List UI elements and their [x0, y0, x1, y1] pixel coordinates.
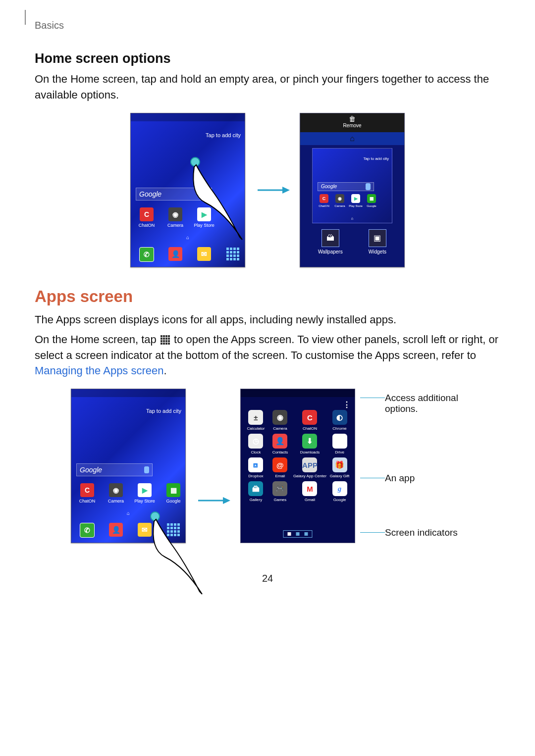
callout-options: Access additional options. [385, 393, 464, 414]
phone-home-edit: 🗑Remove ⌂ Tap to add city Google CChatON… [300, 113, 405, 267]
callout-indicators: Screen indicators [385, 527, 458, 538]
dock-messages: ✉ [193, 247, 215, 262]
section-apps-p1: The Apps screen displays icons for all a… [35, 312, 500, 328]
app-calculator: ±Calculator [245, 410, 267, 431]
screen-indicators [283, 530, 313, 538]
app-playstore: ▶Play Store [193, 207, 215, 228]
dock-apps2 [162, 523, 184, 538]
app-chaton2: CChatON [76, 483, 98, 504]
section-home-options-body: On the Home screen, tap and hold an empt… [35, 71, 500, 103]
svg-marker-2 [282, 187, 290, 194]
app-contacts3: 👤Contacts [269, 434, 291, 454]
chapter-label: Basics [35, 20, 500, 31]
phone-home-left: Tap to add city Google CChatON ◉Camera ▶… [130, 113, 245, 267]
callout-app: An app [385, 473, 415, 484]
widgets-option: ▣Widgets [369, 229, 386, 254]
remove-area: 🗑Remove [300, 113, 404, 132]
arrow-icon2 [196, 493, 230, 508]
page-number: 24 [35, 573, 500, 584]
home-indicator-icon: ⌂ [186, 235, 189, 240]
app-gmail: MGmail [293, 481, 326, 502]
dock-phone: ✆ [136, 247, 158, 262]
phone-apps: ⋮ ±Calculator ◉Camera CChatON ◐Chrome ◷C… [240, 389, 355, 543]
svg-marker-5 [223, 497, 230, 504]
app-clock: ◷Clock [245, 434, 267, 454]
svg-point-0 [191, 157, 200, 166]
app-galaxyapp: APPGalaxy App Center [293, 457, 326, 478]
app-drive: ▲Drive [328, 434, 351, 454]
dock-contacts: 👤 [164, 247, 186, 262]
widgets-icon: ▣ [369, 229, 386, 247]
trash-icon: 🗑 [300, 115, 404, 123]
dock-phone2: ✆ [76, 523, 98, 538]
figure-home-options: Tap to add city Google CChatON ◉Camera ▶… [35, 113, 500, 267]
app-chrome: ◐Chrome [328, 410, 351, 431]
section-apps-title: Apps screen [35, 287, 500, 306]
app-playstore2: ▶Play Store [134, 483, 156, 504]
dock-contacts2: 👤 [105, 523, 127, 538]
managing-apps-link[interactable]: Managing the Apps screen [35, 364, 164, 377]
app-google3: gGoogle [328, 481, 351, 502]
figure-apps-screen: Tap to add city Google CChatON ◉Camera ▶… [35, 389, 500, 543]
tap-add-city-label2: Tap to add city [146, 408, 181, 414]
app-dropbox: ⧈Dropbox [245, 457, 267, 478]
app-camera2: ◉Camera [105, 483, 127, 504]
dock-apps [222, 247, 244, 262]
app-email: @Email [269, 457, 291, 478]
phone-home-left2: Tap to add city Google CChatON ◉Camera ▶… [71, 389, 186, 543]
app-camera: ◉Camera [164, 207, 186, 228]
wallpapers-icon: 🏔 [321, 229, 339, 247]
home-icon-row: ⌂ [300, 132, 404, 145]
arrow-icon [255, 183, 290, 198]
app-downloads: ⬇Downloads [293, 434, 326, 454]
menu-dots-icon: ⋮ [343, 400, 351, 409]
dock-messages2: ✉ [134, 523, 156, 538]
section-home-options-title: Home screen options [35, 51, 500, 66]
app-games: 🎮Games [269, 481, 291, 502]
app-google2: ▦Google [162, 483, 184, 504]
home-indicator-icon2: ⌂ [127, 510, 130, 516]
tap-add-city-label: Tap to add city [206, 132, 241, 138]
google-search-box2: Google [76, 463, 153, 476]
app-camera3: ◉Camera [269, 410, 291, 431]
wallpapers-option: 🏔Wallpapers [318, 229, 343, 254]
app-galaxygift: 🎁Galaxy Gift [328, 457, 351, 478]
app-gallery: 🏔Gallery [245, 481, 267, 502]
apps-grid-icon [160, 335, 170, 345]
google-search-box: Google [136, 188, 212, 201]
home-thumbnail: Tap to add city Google CChatON ◉Camera ▶… [312, 148, 392, 223]
app-chaton3: CChatON [293, 410, 326, 431]
app-chaton: CChatON [136, 207, 158, 228]
section-apps-p2: On the Home screen, tap to open the Apps… [35, 332, 500, 379]
